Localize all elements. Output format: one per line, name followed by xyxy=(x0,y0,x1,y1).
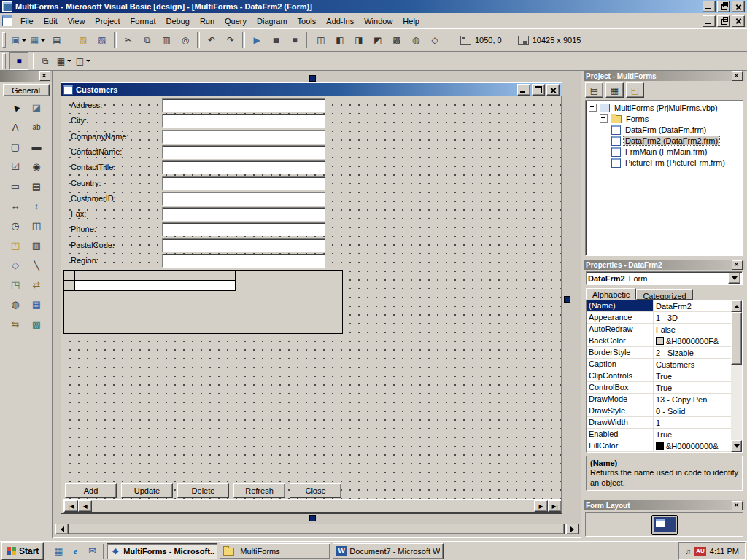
visual-component-manager-button[interactable]: ◇ xyxy=(425,31,444,49)
scrollbar-track[interactable] xyxy=(731,365,742,440)
property-value[interactable]: &H8000000F& xyxy=(654,335,731,346)
resize-handle-right[interactable] xyxy=(564,296,570,303)
center-button[interactable]: ◫ xyxy=(74,52,93,70)
tool-data[interactable]: ⇄ xyxy=(27,276,47,294)
field-input-customerid[interactable] xyxy=(162,192,325,206)
toggle-folders-button[interactable]: ◰ xyxy=(626,82,644,98)
menu-editor-button[interactable]: ▤ xyxy=(47,31,66,49)
resize-handle-bottom[interactable] xyxy=(309,515,316,521)
tool-timer[interactable]: ◷ xyxy=(6,217,26,235)
minimize-button[interactable] xyxy=(703,1,716,12)
add-standard-exe-project-dropdown[interactable] xyxy=(22,39,26,42)
end-button[interactable]: ■ xyxy=(285,31,304,49)
menu-window[interactable]: Window xyxy=(359,15,398,28)
menu-help[interactable]: Help xyxy=(398,15,425,28)
form-layout-close-button[interactable] xyxy=(732,501,743,510)
tool-line[interactable]: ╲ xyxy=(27,256,47,274)
data-first-button[interactable]: |◀ xyxy=(64,500,78,512)
tool-pointer[interactable]: ▲ xyxy=(6,98,26,117)
property-value[interactable]: &H00000000& xyxy=(654,440,731,451)
project-close-button[interactable] xyxy=(732,71,743,81)
scrollbar-thumb[interactable] xyxy=(69,524,565,534)
property-name[interactable]: Enabled xyxy=(587,429,654,440)
property-row-drawwidth[interactable]: DrawWidth1 xyxy=(587,417,731,429)
collapse-icon[interactable] xyxy=(589,104,597,112)
update-button[interactable]: Update xyxy=(121,483,173,498)
find-button[interactable]: ◎ xyxy=(176,31,195,49)
property-row-drawmode[interactable]: DrawMode13 - Copy Pen xyxy=(587,394,731,405)
show-desktop-icon[interactable]: ▦ xyxy=(52,545,65,558)
scroll-down-button[interactable] xyxy=(731,440,742,452)
property-value[interactable]: 13 - Copy Pen xyxy=(654,394,731,405)
tool-frame[interactable]: ▢ xyxy=(6,138,26,156)
tool-dirlistbox[interactable]: ◰ xyxy=(6,236,26,254)
tool-dbgrid[interactable]: ▦ xyxy=(27,295,47,314)
volume-icon[interactable]: ♫ xyxy=(685,547,691,556)
property-value[interactable]: 1 xyxy=(654,417,731,428)
center-dropdown[interactable] xyxy=(86,60,90,62)
property-value[interactable]: 1 - 3D xyxy=(654,312,731,323)
property-value[interactable]: 2 - Sizable xyxy=(654,347,731,358)
property-name[interactable]: BorderStyle xyxy=(587,347,654,358)
property-row-drawstyle[interactable]: DrawStyle0 - Solid xyxy=(587,405,731,417)
tool-shape[interactable]: ◇ xyxy=(6,256,26,274)
view-code-button[interactable]: ▤ xyxy=(585,82,603,98)
tree-item-project-root[interactable]: MultiForms (PrjMulFrms.vbp) xyxy=(586,102,743,113)
menu-view[interactable]: View xyxy=(63,15,90,28)
mdi-restore-button[interactable] xyxy=(717,15,730,27)
menu-tools[interactable]: Tools xyxy=(293,15,322,28)
tool-label[interactable]: A xyxy=(6,118,26,136)
antivirus-icon[interactable]: AU xyxy=(694,547,706,556)
window-titlebar[interactable]: MultiForms - Microsoft Visual Basic [des… xyxy=(0,0,747,13)
field-input-country[interactable] xyxy=(162,176,325,190)
view-object-button[interactable]: ▦ xyxy=(605,82,624,98)
horizontal-scrollbar[interactable] xyxy=(55,524,579,534)
form-layout-window-button[interactable]: ◨ xyxy=(349,31,368,49)
data-navigator-control[interactable]: |◀ ◀ ▶ ▶| xyxy=(63,499,561,513)
tree-item-datafrm2-datafrm2-frm[interactable]: DataFrm2 (DataFrm2.frm) xyxy=(586,135,743,146)
property-value[interactable]: False xyxy=(654,324,731,335)
properties-panel-titlebar[interactable]: Properties - DataFrm2 xyxy=(584,260,745,270)
paste-button[interactable]: ▥ xyxy=(157,31,176,49)
scroll-left-button[interactable] xyxy=(55,524,69,534)
toolbox-titlebar[interactable] xyxy=(0,71,52,82)
menu-query[interactable]: Query xyxy=(220,15,252,28)
field-input-postalcode[interactable] xyxy=(162,238,325,252)
taskbar-task-document7-microsoft-w[interactable]: WDocument7 - Microsoft W... xyxy=(333,543,444,559)
menu-file[interactable]: File xyxy=(15,15,39,28)
form-layout-titlebar[interactable]: Form Layout xyxy=(584,500,745,510)
taskbar-task-multiforms[interactable]: MultiForms xyxy=(220,543,330,559)
tool-picturebox[interactable]: ◪ xyxy=(27,98,47,117)
property-name[interactable]: DrawMode xyxy=(587,394,654,405)
property-row-controlbox[interactable]: ControlBoxTrue xyxy=(587,382,731,394)
data-last-button[interactable]: ▶| xyxy=(548,500,561,512)
field-input-address[interactable] xyxy=(162,98,325,112)
scroll-up-button[interactable] xyxy=(731,300,742,312)
property-row-appearance[interactable]: Appearance1 - 3D xyxy=(587,312,731,324)
property-row-clipcontrols[interactable]: ClipControlsTrue xyxy=(587,370,731,382)
project-panel-titlebar[interactable]: Project - MultiForms xyxy=(584,71,745,81)
taskbar-task-multiforms-microsoft[interactable]: ◆MultiForms - Microsoft... xyxy=(107,543,217,559)
property-name[interactable]: AutoRedraw xyxy=(587,324,654,335)
field-input-companyname[interactable] xyxy=(162,130,325,144)
properties-window-button[interactable]: ◧ xyxy=(330,31,349,49)
properties-close-button[interactable] xyxy=(732,260,743,270)
tool-checkbox[interactable]: ☑ xyxy=(6,158,26,176)
project-explorer-button[interactable]: ◫ xyxy=(311,31,330,49)
toolbox-tab-general[interactable]: General xyxy=(3,84,50,96)
object-browser-button[interactable]: ◩ xyxy=(368,31,387,49)
property-name[interactable]: ControlBox xyxy=(587,382,654,393)
toolbar-grip[interactable] xyxy=(2,32,6,48)
field-input-phone[interactable] xyxy=(162,222,325,236)
tree-item-frmmain-fmmain-frm[interactable]: FrmMain (FmMain.frm) xyxy=(586,146,743,157)
property-value[interactable]: True xyxy=(654,370,731,381)
property-row-enabled[interactable]: EnabledTrue xyxy=(587,429,731,440)
tool-commandbutton[interactable]: ▬ xyxy=(27,138,47,156)
tool-combobox[interactable]: ▭ xyxy=(6,177,26,195)
menu-format[interactable]: Format xyxy=(125,15,161,28)
undo-button[interactable]: ↶ xyxy=(202,31,221,49)
property-name[interactable]: DrawStyle xyxy=(587,405,654,416)
refresh-button[interactable]: Refresh xyxy=(233,483,285,498)
restore-button[interactable] xyxy=(717,1,730,12)
object-selector-combobox[interactable]: DataFrm2 Form xyxy=(586,271,743,285)
